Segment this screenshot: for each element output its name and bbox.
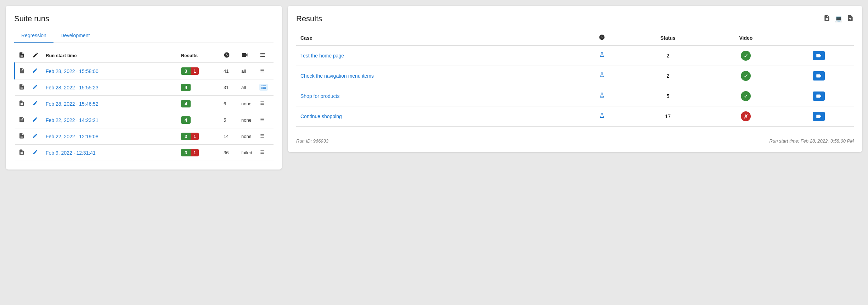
row-run-time[interactable]: Feb 28, 2022 · 15:58:00 [46,68,98,74]
badge-fail: 1 [191,133,199,140]
results-doc-icon[interactable] [823,15,830,23]
duration-value: 2 [627,66,709,86]
flask-icon [599,94,605,100]
flask-icon [599,73,605,79]
results-download-icon[interactable] [847,15,854,23]
row-doc-icon[interactable] [18,149,25,155]
badge-pass: 3 [181,133,191,140]
result-badge: 3 1 [181,133,199,140]
result-badge: 4 [181,116,191,124]
status-pass-icon: ✓ [741,51,751,61]
run-count: 6 [220,96,238,112]
row-run-time[interactable]: Feb 22, 2022 · 12:19:08 [46,134,98,139]
row-run-time[interactable]: Feb 28, 2022 · 15:55:23 [46,85,98,90]
status-col-header: Status [627,30,709,45]
status-pass-icon: ✓ [741,91,751,101]
results-panel: Results 💻 Case [288,6,862,152]
row-doc-icon[interactable] [18,116,25,123]
status-cell: ✓ [709,86,784,106]
run-filter-label: none [238,96,256,112]
case-link[interactable]: Check the navigation menu items [300,73,374,79]
result-badge: 4 [181,100,191,107]
table-row[interactable]: Feb 28, 2022 · 15:46:52 4 6 none [15,96,274,112]
table-row[interactable]: Feb 9, 2022 · 12:31:41 3 1 36 failed [15,145,274,161]
results-terminal-icon[interactable]: 💻 [835,15,842,23]
status-pass-icon: ✓ [741,71,751,81]
row-edit-icon[interactable] [32,149,38,155]
row-filter-icon[interactable] [259,117,265,122]
badge-pass: 4 [181,116,191,124]
case-link[interactable]: Test the home page [300,53,344,59]
row-edit-icon[interactable] [32,133,38,139]
row-edit-icon[interactable] [32,84,38,90]
table-row[interactable]: Feb 22, 2022 · 12:19:08 3 1 14 none [15,128,274,145]
results-title: Results [296,14,322,23]
run-filter-label: all [238,63,256,79]
duration-value: 2 [627,45,709,66]
badge-pass: 4 [181,84,191,91]
run-count: 36 [220,145,238,161]
filter-header-icon [259,54,266,59]
row-filter-icon[interactable] [259,84,268,91]
suite-runs-panel: Suite runs Regression Development [6,6,282,170]
row-filter-icon[interactable] [259,68,265,73]
row-doc-icon[interactable] [18,100,25,106]
row-edit-icon[interactable] [32,117,38,122]
case-col-header: Case [296,30,576,45]
results-table: Case Status Video Test the home page [296,30,854,127]
result-badge: 3 1 [181,67,199,75]
run-count: 5 [220,112,238,128]
list-item: Check the navigation menu items 2 ✓ [296,66,854,86]
duration-value: 5 [627,86,709,106]
row-doc-icon[interactable] [18,84,25,90]
status-cell: ✓ [709,45,784,66]
video-button[interactable] [813,92,825,101]
badge-pass: 3 [181,149,191,156]
video-button[interactable] [813,71,825,81]
run-start-time-header: Run start time [42,49,177,63]
row-run-time[interactable]: Feb 28, 2022 · 15:46:52 [46,101,98,107]
run-filter-label: all [238,79,256,96]
row-run-time[interactable]: Feb 9, 2022 · 12:31:41 [46,150,96,156]
status-cell: ✓ [709,66,784,86]
case-link[interactable]: Shop for products [300,93,340,99]
list-item: Test the home page 2 ✓ [296,45,854,66]
tab-regression[interactable]: Regression [14,29,53,43]
tab-development[interactable]: Development [53,29,97,43]
video-button[interactable] [813,112,825,121]
runs-table: Run start time Results [14,49,274,161]
row-edit-icon[interactable] [32,68,38,73]
results-toolbar: 💻 [823,15,854,23]
table-row[interactable]: Feb 28, 2022 · 15:55:23 4 31 all [15,79,274,96]
edit-header-icon [32,54,39,59]
results-header-bar: Results 💻 [296,14,854,23]
camera-header-icon [241,54,248,60]
results-header: Results [177,49,220,63]
clock-col-header [576,30,627,45]
row-edit-icon[interactable] [32,100,38,106]
duration-value: 17 [627,106,709,127]
row-doc-icon[interactable] [18,133,25,139]
doc-header-icon [18,54,25,59]
video-button[interactable] [813,51,825,60]
status-cell: ✗ [709,106,784,127]
clock-header-icon [224,54,230,59]
row-doc-icon[interactable] [19,67,25,74]
suite-runs-title: Suite runs [14,14,274,23]
table-row[interactable]: Feb 22, 2022 · 14:23:21 4 5 none [15,112,274,128]
row-run-time[interactable]: Feb 22, 2022 · 14:23:21 [46,117,98,123]
run-id-label: Run ID: 966933 [296,138,328,144]
case-link[interactable]: Continue shopping [300,113,342,119]
row-filter-icon[interactable] [259,133,265,139]
result-badge: 4 [181,84,191,91]
flask-icon [599,53,605,59]
run-count: 14 [220,128,238,145]
badge-fail: 1 [191,67,199,75]
row-filter-icon[interactable] [259,149,265,155]
table-row[interactable]: Feb 28, 2022 · 15:58:00 3 1 41 all [15,63,274,79]
result-badge: 3 1 [181,149,199,156]
row-filter-icon[interactable] [259,100,265,106]
run-filter-label: none [238,112,256,128]
run-start-time-label: Run start time: Feb 28, 2022, 3:58:00 PM [770,138,854,144]
run-count: 41 [220,63,238,79]
